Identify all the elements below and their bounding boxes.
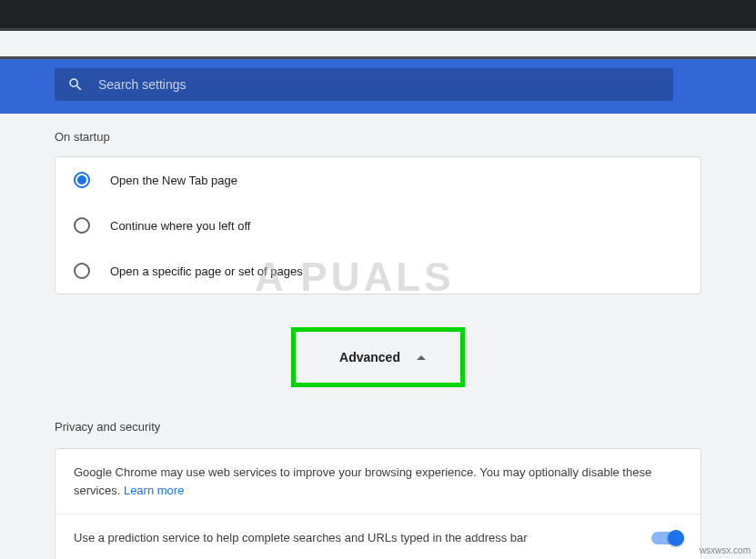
radio-icon[interactable] [74, 263, 90, 279]
search-input[interactable] [98, 77, 660, 92]
advanced-label: Advanced [339, 350, 400, 364]
privacy-intro-text: Google Chrome may use web services to im… [74, 464, 682, 499]
learn-more-link[interactable]: Learn more [124, 484, 184, 497]
startup-option-continue[interactable]: Continue where you left off [55, 203, 701, 248]
startup-card: Open the New Tab page Continue where you… [55, 156, 701, 294]
privacy-section-title: Privacy and security [55, 420, 701, 434]
browser-titlebar [0, 0, 756, 31]
toolbar-gap [0, 31, 756, 56]
search-settings-box[interactable] [55, 68, 673, 101]
privacy-prediction-search-row: Use a prediction service to help complet… [55, 514, 701, 559]
setting-label: Use a prediction service to help complet… [74, 529, 651, 547]
startup-section-title: On startup [55, 130, 701, 144]
startup-option-new-tab[interactable]: Open the New Tab page [55, 157, 701, 203]
radio-label: Open the New Tab page [110, 174, 237, 187]
radio-label: Open a specific page or set of pages [110, 265, 303, 278]
privacy-intro-row: Google Chrome may use web services to im… [55, 449, 701, 514]
advanced-toggle-button[interactable]: Advanced [291, 327, 465, 387]
settings-content: On startup Open the New Tab page Continu… [0, 114, 756, 559]
startup-option-specific-pages[interactable]: Open a specific page or set of pages [55, 248, 701, 294]
radio-icon[interactable] [74, 172, 90, 188]
search-icon [67, 76, 84, 93]
radio-label: Continue where you left off [110, 219, 250, 233]
radio-icon[interactable] [74, 217, 90, 234]
advanced-section: Advanced [55, 327, 701, 387]
toggle-prediction-search[interactable] [651, 532, 682, 544]
settings-header [0, 56, 756, 114]
privacy-card: Google Chrome may use web services to im… [55, 448, 701, 559]
source-attribution: wsxwsx.com [700, 545, 751, 555]
chevron-up-icon [417, 355, 426, 360]
